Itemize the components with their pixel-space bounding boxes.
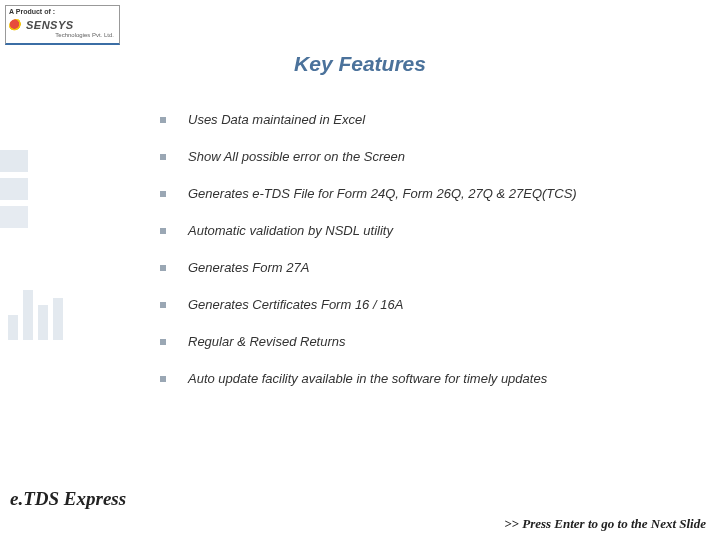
list-item: Regular & Revised Returns	[160, 334, 700, 349]
decor-col	[53, 298, 63, 340]
footer-hint: >> Press Enter to go to the Next Slide	[504, 516, 706, 532]
bullet-icon	[160, 154, 166, 160]
decor-bars-chart	[8, 290, 68, 340]
decor-bar	[0, 206, 28, 228]
feature-text: Generates Certificates Form 16 / 16A	[188, 297, 403, 312]
product-name: e.TDS Express	[10, 488, 126, 510]
feature-text: Show All possible error on the Screen	[188, 149, 405, 164]
bullet-icon	[160, 191, 166, 197]
list-item: Generates Certificates Form 16 / 16A	[160, 297, 700, 312]
bullet-icon	[160, 376, 166, 382]
bullet-icon	[160, 302, 166, 308]
logo-swirl-icon	[8, 18, 24, 32]
bullet-icon	[160, 228, 166, 234]
page-title: Key Features	[0, 52, 720, 76]
decor-col	[23, 290, 33, 340]
list-item: Uses Data maintained in Excel	[160, 112, 700, 127]
list-item: Automatic validation by NSDL utility	[160, 223, 700, 238]
feature-text: Uses Data maintained in Excel	[188, 112, 365, 127]
product-of-box: A Product of : SENSYS Technologies Pvt. …	[5, 5, 120, 45]
bullet-icon	[160, 117, 166, 123]
bullet-icon	[160, 265, 166, 271]
feature-text: Generates e-TDS File for Form 24Q, Form …	[188, 186, 577, 201]
decor-col	[38, 305, 48, 340]
brand-tagline: Technologies Pvt. Ltd.	[9, 32, 116, 38]
list-item: Show All possible error on the Screen	[160, 149, 700, 164]
feature-text: Automatic validation by NSDL utility	[188, 223, 393, 238]
decor-bar	[0, 150, 28, 172]
list-item: Generates Form 27A	[160, 260, 700, 275]
feature-list: Uses Data maintained in Excel Show All p…	[160, 112, 700, 408]
list-item: Generates e-TDS File for Form 24Q, Form …	[160, 186, 700, 201]
decor-col	[8, 315, 18, 340]
feature-text: Generates Form 27A	[188, 260, 309, 275]
decor-bar	[0, 178, 28, 200]
product-of-label: A Product of :	[9, 8, 116, 15]
list-item: Auto update facility available in the so…	[160, 371, 700, 386]
brand-name: SENSYS	[26, 20, 74, 31]
feature-text: Regular & Revised Returns	[188, 334, 346, 349]
logo-line: SENSYS	[9, 19, 116, 31]
decor-bars-top	[0, 150, 42, 234]
feature-text: Auto update facility available in the so…	[188, 371, 547, 386]
bullet-icon	[160, 339, 166, 345]
